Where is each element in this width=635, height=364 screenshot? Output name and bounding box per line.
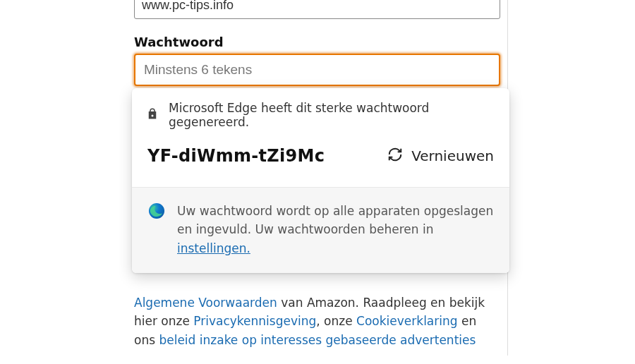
interest-ads-link[interactable]: beleid inzake op interesses gebaseerde a… [159, 333, 476, 347]
footer-text-span: Uw wachtwoord wordt op alle apparaten op… [177, 204, 493, 236]
refresh-icon [387, 147, 403, 166]
popup-header: Microsoft Edge heeft dit sterke wachtwoo… [132, 88, 509, 140]
refresh-password-button[interactable]: Vernieuwen [387, 147, 494, 166]
terms-paragraph: Algemene Voorwaarden van Amazon. Raadple… [134, 293, 500, 349]
popup-body: YF-diWmm-tZi9Mc Vernieuwen [132, 140, 509, 187]
edge-icon [147, 202, 166, 223]
popup-footer: Uw wachtwoord wordt op alle apparaten op… [132, 187, 509, 273]
terms-conditions-link[interactable]: Algemene Voorwaarden [134, 296, 277, 310]
privacy-link[interactable]: Privacykennisgeving [193, 314, 316, 328]
refresh-label: Vernieuwen [411, 147, 494, 164]
password-input[interactable] [134, 54, 500, 86]
terms-text-2: , onze [316, 314, 356, 328]
popup-header-text: Microsoft Edge heeft dit sterke wachtwoo… [169, 101, 495, 129]
password-label: Wachtwoord [134, 35, 500, 49]
signup-form-section: Wachtwoord Microsoft Edge heeft dit ster… [127, 0, 508, 356]
settings-link[interactable]: instellingen. [177, 241, 250, 255]
generated-password: YF-diWmm-tZi9Mc [147, 146, 325, 166]
password-suggestion-popup: Microsoft Edge heeft dit sterke wachtwoo… [132, 88, 509, 273]
cookie-link[interactable]: Cookieverklaring [356, 314, 457, 328]
website-input[interactable] [134, 0, 500, 19]
popup-footer-text: Uw wachtwoord wordt op alle apparaten op… [177, 202, 494, 257]
lock-icon [146, 107, 159, 123]
